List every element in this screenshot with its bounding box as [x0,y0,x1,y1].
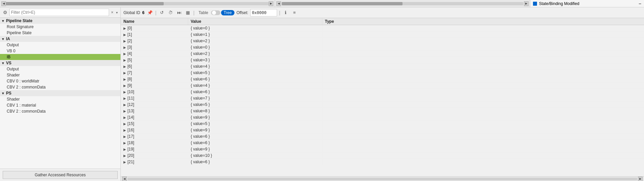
tree-item-ib[interactable]: IB [0,54,120,60]
col-header-name[interactable]: Name [121,18,188,25]
table-row[interactable]: ▶[21] { value=6 } [121,159,644,165]
table-row[interactable]: ▶[15] { value=5 } [121,121,644,127]
tree-item-shader-vs[interactable]: Shader [0,72,120,78]
table-row[interactable]: ▶[4] { value=2 } [121,51,644,57]
table-toggle[interactable]: Table [197,10,210,16]
table-row[interactable]: ▶[14] { value=9 } [121,114,644,121]
cell-value: { value=5 } [188,121,322,127]
scroll-left-arrow[interactable]: ◀ [1,1,6,6]
tree-item-cbv2-commondata-ps[interactable]: CBV 2 : commonData [0,108,120,114]
offset-input[interactable] [250,9,277,16]
tree-toggle[interactable]: Tree [221,10,234,15]
table-row[interactable]: ▶[12] { value=5 } [121,102,644,108]
cell-value: { value=6 } [188,76,322,82]
tree-section-ia[interactable]: ▼ IA [0,36,120,42]
cell-type [322,89,644,95]
right-scroll-thumb[interactable] [282,2,402,5]
skip-btn[interactable]: ⏭ [176,9,182,16]
left-scrollbar[interactable]: ◀ ▶ [0,0,275,7]
top-scrollbar-area: ◀ ▶ ◀ ▶ State/Binding Modified − [0,0,644,7]
h-scroll-track[interactable] [127,178,637,180]
collapse-btn[interactable]: − [639,1,641,6]
bottom-scrollbar[interactable]: ◀ ▶ [121,176,644,181]
tree-item-cbv0-worldmatr[interactable]: CBV 0 : worldMatr [0,78,120,84]
global-id-value: 6 [142,10,145,15]
tree-item-output-ia[interactable]: Output [0,42,120,48]
tree-container[interactable]: ▼ Pipeline StateRoot SignaturePipeline S… [0,18,120,169]
table-row[interactable]: ▶[17] { value=6 } [121,133,644,140]
table-row[interactable]: ▶[18] { value=6 } [121,140,644,146]
table-row[interactable]: ▶[20] { value=10 } [121,153,644,159]
info-btn[interactable]: ℹ [282,9,289,16]
table-row[interactable]: ▶[5] { value=3 } [121,57,644,63]
table-row[interactable]: ▶[8] { value=6 } [121,76,644,82]
tree-item-vb0[interactable]: VB 0 [0,48,120,54]
filter-input[interactable] [9,9,109,16]
cell-name: ▶[2] [121,38,188,44]
tree-item-root-signature[interactable]: Root Signature [0,24,120,30]
toolbar: Global ID 6 📌 | ↺ ⏱ ⏭ ▦ | Table Tree Off… [121,7,644,18]
menu-btn[interactable]: ≡ [291,9,298,16]
h-scroll-right-arrow[interactable]: ▶ [638,177,643,181]
filter-clear-btn[interactable]: × [110,10,114,15]
cell-type [322,108,644,114]
table-row[interactable]: ▶[19] { value=9 } [121,146,644,153]
table-icon-btn[interactable]: ▦ [184,9,191,16]
history-btn[interactable]: ⏱ [167,9,174,16]
tree-item-cbv1-material[interactable]: CBV 1 : material [0,102,120,108]
cell-value: { value=5 } [188,102,322,108]
data-table-wrapper[interactable]: Name Value Type ▶[0] { value=0 } ▶[1] { … [121,18,644,176]
table-row[interactable]: ▶[16] { value=9 } [121,127,644,133]
table-row[interactable]: ▶[3] { value=0 } [121,44,644,51]
right-scrollbar[interactable]: ◀ ▶ [275,0,530,7]
right-scroll-track[interactable] [282,2,523,5]
pin-btn[interactable]: 📌 [147,9,153,16]
cell-name: ▶[1] [121,32,188,38]
table-row[interactable]: ▶[1] { value=1 } [121,32,644,38]
tree-section-pipeline-state[interactable]: ▼ Pipeline State [0,18,120,24]
table-row[interactable]: ▶[10] { value=6 } [121,89,644,95]
table-row[interactable]: ▶[7] { value=5 } [121,70,644,76]
cell-name: ▶[19] [121,146,188,153]
tree-section-ps[interactable]: ▼ PS [0,90,120,96]
refresh-btn[interactable]: ↺ [158,9,165,16]
cell-name: ▶[18] [121,140,188,146]
col-header-value[interactable]: Value [188,18,322,25]
cell-type [322,159,644,165]
cell-name: ▶[0] [121,25,188,32]
table-row[interactable]: ▶[2] { value=2 } [121,38,644,44]
cell-type [322,102,644,108]
tree-item-shader-ps[interactable]: Shader [0,96,120,102]
gear-icon[interactable]: ⚙ [2,9,8,15]
tree-item-pipeline-state-item[interactable]: Pipeline State [0,30,120,36]
tree-section-vs[interactable]: ▼ VS [0,60,120,66]
table-row[interactable]: ▶[13] { value=8 } [121,108,644,114]
data-table: Name Value Type ▶[0] { value=0 } ▶[1] { … [121,18,644,165]
toggle-switch[interactable] [211,10,220,15]
global-id-label: Global ID [123,10,140,15]
cell-value: { value=0 } [188,44,322,51]
cell-value: { value=1 } [188,32,322,38]
main-content: ⚙ × ▾ ▼ Pipeline StateRoot SignaturePipe… [0,7,644,181]
table-row[interactable]: ▶[6] { value=4 } [121,63,644,70]
table-row[interactable]: ▶[9] { value=4 } [121,82,644,89]
scroll-right-arrow[interactable]: ▶ [269,1,273,6]
h-scroll-left-arrow[interactable]: ◀ [122,177,127,181]
gather-accessed-resources-button[interactable]: Gather Accessed Resources [3,171,118,179]
left-scroll-thumb[interactable] [6,2,164,5]
cell-type [322,57,644,63]
table-row[interactable]: ▶[0] { value=0 } [121,25,644,32]
view-toggle: Table Tree [197,10,234,16]
scroll-right-left-arrow[interactable]: ◀ [276,1,281,6]
cell-name: ▶[6] [121,63,188,70]
scroll-right-right-arrow[interactable]: ▶ [524,1,529,6]
filter-dropdown-btn[interactable]: ▾ [115,11,118,14]
left-scroll-track[interactable] [6,2,269,5]
cell-type [322,38,644,44]
col-header-type[interactable]: Type [322,18,644,25]
cell-type [322,25,644,32]
table-row[interactable]: ▶[11] { value=7 } [121,95,644,102]
tree-item-cbv2-commondata-vs[interactable]: CBV 2 : commonData [0,84,120,90]
cell-value: { value=6 } [188,159,322,165]
tree-item-output-vs[interactable]: Output [0,66,120,72]
